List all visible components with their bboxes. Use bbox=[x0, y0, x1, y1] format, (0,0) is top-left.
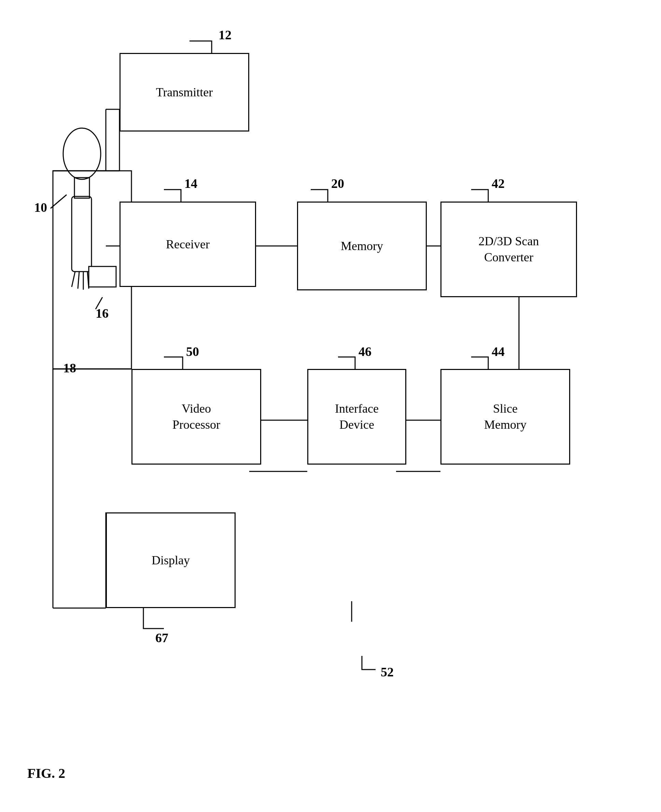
diagram-container: 12 14 20 42 50 46 44 10 16 18 67 52 bbox=[0, 0, 661, 812]
svg-point-12 bbox=[63, 128, 101, 179]
transmitter-label: Transmitter bbox=[156, 85, 213, 101]
display-label: Display bbox=[152, 552, 190, 568]
svg-rect-13 bbox=[74, 177, 89, 198]
receiver-box: Receiver bbox=[120, 201, 256, 287]
svg-text:18: 18 bbox=[63, 361, 76, 375]
slice-memory-box: Slice Memory bbox=[441, 369, 570, 465]
receiver-label: Receiver bbox=[166, 237, 210, 253]
interface-device-label: Interface Device bbox=[335, 401, 378, 433]
figure-label: FIG. 2 bbox=[27, 765, 65, 781]
interface-device-box: Interface Device bbox=[307, 369, 406, 465]
transmitter-box: Transmitter bbox=[120, 53, 249, 131]
svg-text:50: 50 bbox=[186, 344, 199, 359]
svg-text:44: 44 bbox=[492, 344, 505, 359]
svg-rect-19 bbox=[89, 267, 116, 287]
scan-converter-box: 2D/3D Scan Converter bbox=[441, 201, 577, 297]
memory-box: Memory bbox=[297, 201, 427, 290]
svg-line-16 bbox=[78, 272, 79, 289]
svg-line-18 bbox=[88, 272, 89, 289]
svg-text:12: 12 bbox=[219, 28, 232, 42]
svg-text:52: 52 bbox=[381, 665, 394, 679]
memory-label: Memory bbox=[341, 238, 383, 254]
video-processor-label: Video Processor bbox=[172, 401, 220, 433]
svg-rect-14 bbox=[72, 197, 91, 272]
svg-text:42: 42 bbox=[492, 176, 505, 190]
video-processor-box: Video Processor bbox=[131, 369, 261, 465]
scan-converter-label: 2D/3D Scan Converter bbox=[479, 233, 539, 265]
svg-text:67: 67 bbox=[155, 631, 168, 645]
slice-memory-label: Slice Memory bbox=[484, 401, 527, 433]
svg-text:16: 16 bbox=[96, 306, 109, 320]
svg-text:20: 20 bbox=[331, 176, 344, 190]
svg-text:46: 46 bbox=[359, 344, 372, 359]
svg-text:14: 14 bbox=[184, 176, 197, 190]
svg-text:10: 10 bbox=[34, 200, 47, 214]
svg-line-15 bbox=[72, 272, 75, 287]
display-box: Display bbox=[106, 512, 236, 608]
